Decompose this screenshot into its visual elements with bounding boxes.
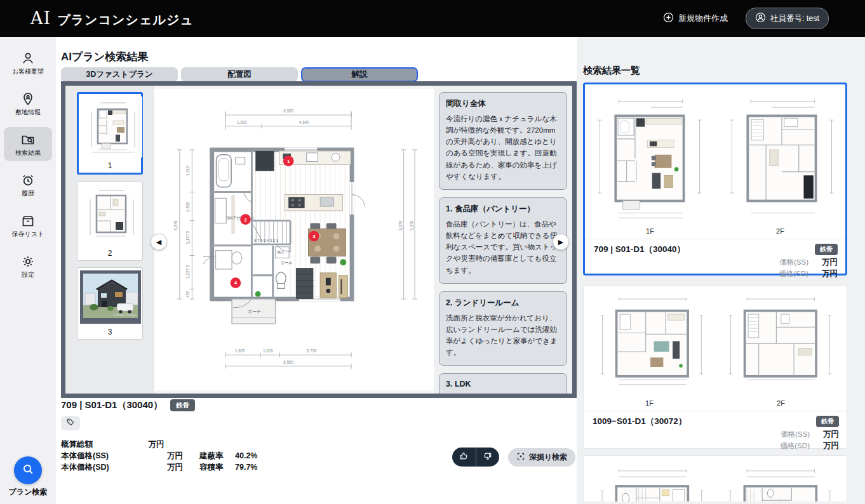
floor-label-2f: 2F	[715, 397, 847, 411]
tag-button[interactable]	[61, 416, 80, 430]
marker-4: 4	[234, 281, 238, 286]
facade-thumb-image: Facade Image	[80, 270, 141, 324]
sidebar-item-label: 検索結果	[15, 149, 41, 157]
thumbnail-number: 1	[81, 160, 138, 173]
price-ss-value: 万円	[810, 429, 839, 440]
explanation-card-laundry: 2. ランドリールーム 洗面所と脱衣室が分かれており、広いランドリールームでは洗…	[439, 291, 567, 366]
deep-search-label: 深掘り検索	[529, 452, 567, 463]
explanation-title: 1. 食品庫（パントリー）	[446, 204, 560, 215]
sidebar-item-saved-list[interactable]: 保存リスト	[4, 208, 52, 242]
gear-icon	[20, 254, 36, 269]
explanation-card-overall: 間取り全体 今流行りの濃色ｘナチュラルな木調が特徴的な外観です。2720mmの天…	[439, 92, 567, 190]
thumbnail-number: 2	[80, 248, 140, 260]
dim-left-seg2: 1,820	[185, 202, 190, 212]
price-ss-label: 価格(SS)	[781, 430, 810, 439]
new-property-button[interactable]: 新規物件作成	[663, 12, 728, 25]
thumbs-down-button[interactable]	[476, 448, 500, 467]
floorplan-drawing: 8 7 6 5 4 3 2 1 物入 ポーチ	[154, 89, 434, 390]
far-label: 容積率	[199, 462, 235, 473]
explanation-body: 洗面所と脱衣室が分かれており、広いランドリールームでは洗濯効率がよくゆったりと家…	[446, 312, 560, 359]
card-title: 709 | S01-D1（30040）	[594, 244, 685, 279]
dim-top-total: 6,550	[283, 109, 293, 113]
carousel-prev-button[interactable]: ◀	[151, 234, 167, 250]
thumbnail-3[interactable]: Facade Image 3	[77, 267, 143, 340]
price-sd-value: 万円	[810, 441, 839, 451]
price-grid: 概算総額 万円 本体価格(SS) 万円 建蔽率 40.2% 本体価格(SD) 万…	[61, 439, 257, 473]
structure-badge: 鉄骨	[816, 416, 839, 427]
dim-left-seg3: 1,137.5	[185, 230, 190, 244]
floorplan-canvas: 8 7 6 5 4 3 2 1 物入 ポーチ	[154, 86, 434, 394]
thumbs-up-button[interactable]	[452, 448, 476, 467]
dim-bottom-seg2: 1,000	[263, 348, 273, 353]
floor-labels: 1F 2F	[584, 397, 847, 411]
price-ss-value: 万円	[130, 451, 183, 461]
plan-viewer: 1 2	[61, 81, 577, 398]
tab-3d-fast-plan[interactable]: 3Dファストプラン	[61, 67, 178, 82]
explanation-card-pantry: 1. 食品庫（パントリー） 食品庫（パントリー）は、食品や飲料などをまとめて収納…	[439, 197, 567, 284]
floor-label-1f: 1F	[584, 397, 715, 411]
sidebar-item-search-results[interactable]: 検索結果	[4, 127, 52, 161]
person-icon	[20, 51, 36, 66]
thumbnail-number: 3	[80, 326, 140, 339]
result-card-3[interactable]	[583, 455, 847, 501]
result-card-2[interactable]: 1F 2F 1009−S01-D1（30072） 鉄骨 価格(SS)万円 価格(…	[583, 285, 847, 449]
thumbnail-2[interactable]: 2	[77, 181, 143, 261]
card-plans	[585, 84, 845, 225]
price-ss-label: 価格(SS)	[779, 258, 808, 267]
new-property-label: 新規物件作成	[678, 13, 728, 24]
sidebar-item-site-info[interactable]: 敷地情報	[4, 86, 52, 121]
dim-top-seg1: 1,910	[237, 120, 247, 124]
hall-label: ホール	[280, 260, 293, 265]
sidebar-item-settings[interactable]: 設定	[4, 249, 52, 283]
total-price-label: 概算総額	[61, 439, 130, 450]
app-logo: AI プランコンシェルジュ	[30, 8, 194, 29]
map-pin-icon	[20, 91, 36, 107]
plan-search-group: プラン検索	[0, 456, 56, 498]
sidebar-item-label: 敷地情報	[15, 108, 41, 117]
explanation-title: 2. ランドリールーム	[446, 298, 560, 308]
thumbnail-1[interactable]: 1	[77, 92, 143, 175]
sidebar: お客様要望 敷地情報 検索結果 履歴 保存リスト	[0, 37, 56, 504]
plan-title: 709 | S01-D1（30040）	[61, 399, 163, 411]
total-price-value: 万円	[130, 439, 183, 450]
marker-1: 1	[287, 159, 290, 164]
app-header: AI プランコンシェルジュ 新規物件作成 社員番号: test	[0, 0, 865, 37]
mini-floorplan-1f	[591, 91, 707, 225]
sidebar-item-label: 履歴	[22, 189, 34, 198]
alarm-clock-icon	[20, 173, 36, 188]
marker-3: 3	[312, 234, 316, 239]
facade-caption: Facade Image	[114, 313, 136, 317]
mini-floorplan-2f	[723, 91, 839, 225]
chevron-left-icon: ◀	[156, 238, 161, 246]
employee-badge[interactable]: 社員番号: test	[746, 8, 829, 29]
card-footer: 1009−S01-D1（30072） 鉄骨 価格(SS)万円 価格(SD)万円	[584, 411, 847, 451]
result-card-1[interactable]: 1F 2F 709 | S01-D1（30040） 鉄骨 価格(SS)万円 価格…	[583, 83, 847, 275]
sidebar-item-label: 設定	[22, 270, 34, 279]
floor-label-2f: 2F	[715, 225, 845, 239]
sidebar-item-customer-requests[interactable]: お客様要望	[4, 46, 52, 80]
price-sd-label: 本体価格(SD)	[61, 462, 130, 473]
dim-left-seg5: 455	[185, 291, 190, 298]
dim-bottom-seg1: 1,820	[235, 348, 245, 353]
dim-bottom-seg3: 3,730	[307, 348, 317, 353]
marker-2: 2	[244, 217, 247, 223]
deep-search-button[interactable]: 深掘り検索	[508, 448, 575, 467]
sidebar-item-history[interactable]: 履歴	[4, 168, 52, 202]
tab-explanation[interactable]: 解説	[301, 67, 418, 82]
plus-circle-icon	[663, 12, 674, 25]
carousel-next-button[interactable]: ▶	[553, 234, 569, 250]
coverage-value: 40.2%	[235, 451, 257, 460]
feedback-buttons	[452, 448, 499, 467]
explanation-title: 3. LDK	[446, 380, 560, 388]
thumbs-up-icon	[459, 451, 469, 463]
explanation-body: 食品庫（パントリー）は、食品や飲料などをまとめて収納できる便利なスペースです。買…	[446, 218, 560, 276]
plan-search-button[interactable]	[14, 456, 42, 484]
tab-layout-plan[interactable]: 配置図	[181, 67, 298, 82]
dim-right-total: 8,370	[398, 220, 403, 230]
search-icon	[21, 462, 35, 479]
results-heading: 検索結果一覧	[583, 65, 847, 77]
card-price-block: 鉄骨 価格(SS)万円 価格(SD)万円	[780, 416, 839, 451]
card-plans	[584, 456, 847, 501]
mini-floorplan-1f	[595, 462, 707, 501]
far-value: 79.7%	[235, 463, 257, 472]
